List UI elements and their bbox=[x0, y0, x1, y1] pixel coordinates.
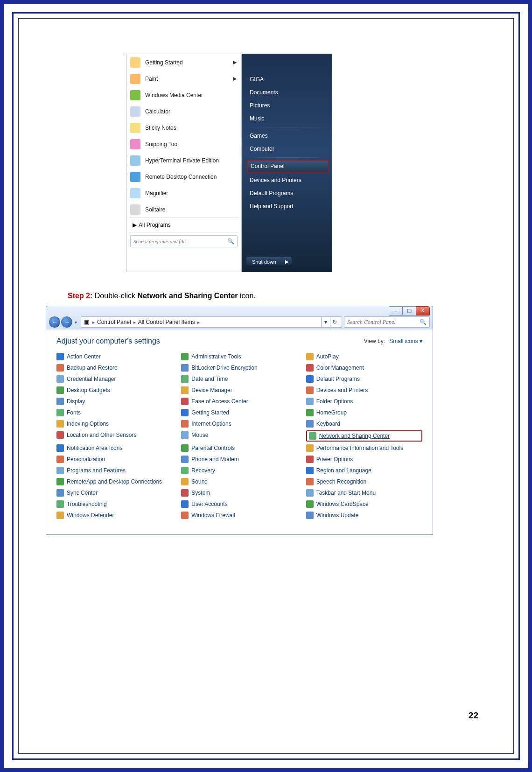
control-panel-item[interactable]: Personalization bbox=[56, 455, 173, 464]
start-menu-item[interactable]: Paint▶ bbox=[126, 70, 241, 87]
minimize-button[interactable]: — bbox=[389, 306, 403, 316]
start-menu-item[interactable]: Magnifier bbox=[126, 185, 241, 201]
start-menu-item[interactable]: Solitaire bbox=[126, 201, 241, 218]
control-panel-item[interactable]: Programs and Features bbox=[56, 466, 173, 475]
start-menu-item[interactable]: Sticky Notes bbox=[126, 119, 241, 136]
start-menu-right-item[interactable]: Devices and Printers bbox=[248, 174, 328, 187]
control-panel-item[interactable]: Keyboard bbox=[306, 419, 422, 428]
control-panel-item-icon bbox=[306, 353, 314, 360]
control-panel-item[interactable]: Recovery bbox=[181, 466, 297, 475]
control-panel-item[interactable]: Notification Area Icons bbox=[56, 443, 173, 453]
control-panel-item[interactable]: Default Programs bbox=[306, 374, 422, 384]
control-panel-item[interactable]: Windows Firewall bbox=[181, 511, 297, 520]
address-bar[interactable]: ▣ ▸ Control Panel ▸ All Control Panel It… bbox=[81, 316, 342, 328]
start-menu-item[interactable]: Getting Started▶ bbox=[126, 54, 241, 70]
start-menu-item[interactable]: Windows Media Center bbox=[126, 87, 241, 103]
control-panel-item[interactable]: Devices and Printers bbox=[306, 386, 422, 395]
control-panel-item[interactable]: BitLocker Drive Encryption bbox=[181, 363, 297, 372]
control-panel-item[interactable]: Windows Update bbox=[306, 511, 422, 520]
refresh-button[interactable]: ↻ bbox=[330, 317, 339, 327]
start-menu-right-item[interactable]: Documents bbox=[248, 86, 328, 99]
control-panel-item[interactable]: Speech Recognition bbox=[306, 477, 422, 486]
start-menu-item[interactable]: Remote Desktop Connection bbox=[126, 168, 241, 185]
start-menu-item[interactable]: HyperTerminal Private Edition bbox=[126, 152, 241, 168]
control-panel-item[interactable]: Sync Center bbox=[56, 488, 173, 498]
start-menu-right-item[interactable]: Help and Support bbox=[248, 200, 328, 213]
control-panel-item-label: Windows CardSpace bbox=[316, 501, 369, 507]
control-panel-item[interactable]: Internet Options bbox=[181, 419, 297, 428]
control-panel-item[interactable]: Date and Time bbox=[181, 374, 297, 384]
start-menu-left-panel: Getting Started▶Paint▶Windows Media Cent… bbox=[126, 54, 242, 272]
breadcrumb-item[interactable]: Control Panel bbox=[97, 319, 131, 325]
back-button[interactable]: ← bbox=[49, 316, 60, 328]
control-panel-item[interactable]: Folder Options bbox=[306, 397, 422, 406]
control-panel-item[interactable]: Phone and Modem bbox=[181, 455, 297, 464]
control-panel-item-icon bbox=[181, 420, 189, 428]
control-panel-item[interactable]: Sound bbox=[181, 477, 297, 486]
control-panel-item[interactable]: HomeGroup bbox=[306, 408, 422, 417]
search-programs-field[interactable] bbox=[131, 239, 227, 244]
start-menu-right-item[interactable]: Games bbox=[248, 129, 328, 142]
control-panel-item-icon bbox=[306, 386, 314, 394]
shutdown-button[interactable]: Shut down bbox=[246, 257, 282, 267]
control-panel-item[interactable]: Display bbox=[56, 397, 173, 406]
control-panel-item[interactable]: Power Options bbox=[306, 455, 422, 464]
start-menu-item[interactable]: Snipping Tool bbox=[126, 136, 241, 152]
start-menu-right-item[interactable]: Music bbox=[248, 112, 328, 125]
control-panel-item-label: Backup and Restore bbox=[67, 365, 118, 371]
forward-button[interactable]: → bbox=[61, 316, 72, 328]
control-panel-item-icon bbox=[56, 364, 64, 372]
control-panel-item[interactable]: Location and Other Sensors bbox=[56, 430, 173, 440]
start-menu-right-item[interactable]: Computer bbox=[248, 142, 328, 155]
control-panel-item[interactable]: Troubleshooting bbox=[56, 499, 173, 509]
control-panel-item[interactable]: Parental Controls bbox=[181, 443, 297, 453]
control-panel-item-label: Credential Manager bbox=[67, 376, 116, 382]
control-panel-item[interactable]: RemoteApp and Desktop Connections bbox=[56, 477, 173, 486]
control-panel-item-highlighted[interactable]: Network and Sharing Center bbox=[306, 430, 422, 442]
start-menu-right-item[interactable]: Pictures bbox=[248, 99, 328, 112]
control-panel-item[interactable]: Action Center bbox=[56, 352, 173, 361]
maximize-button[interactable]: ▢ bbox=[402, 306, 416, 316]
view-by-dropdown[interactable]: Small icons ▾ bbox=[389, 338, 422, 344]
control-panel-item[interactable]: User Accounts bbox=[181, 499, 297, 509]
control-panel-item[interactable]: Mouse bbox=[181, 430, 297, 440]
control-panel-item[interactable]: Taskbar and Start Menu bbox=[306, 488, 422, 498]
control-panel-item[interactable]: Windows CardSpace bbox=[306, 499, 422, 509]
view-by-label: View by: bbox=[364, 338, 385, 344]
control-panel-search-field[interactable] bbox=[344, 319, 420, 326]
program-icon bbox=[130, 90, 140, 100]
control-panel-search[interactable]: 🔍 bbox=[344, 316, 430, 328]
start-menu-right-item[interactable]: GIGA bbox=[248, 73, 328, 86]
control-panel-item[interactable]: AutoPlay bbox=[306, 352, 422, 361]
all-programs-item[interactable]: ▶ All Programs bbox=[126, 218, 241, 232]
close-button[interactable]: X bbox=[416, 306, 430, 316]
start-menu-right-item-selected[interactable]: Control Panel bbox=[247, 160, 329, 173]
search-icon: 🔍 bbox=[227, 238, 237, 245]
start-menu-item[interactable]: Calculator bbox=[126, 103, 241, 119]
address-dropdown-button[interactable]: ▾ bbox=[321, 317, 330, 327]
control-panel-item[interactable]: Region and Language bbox=[306, 466, 422, 475]
control-panel-item[interactable]: System bbox=[181, 488, 297, 498]
program-icon bbox=[130, 57, 140, 68]
control-panel-item[interactable]: Ease of Access Center bbox=[181, 397, 297, 406]
control-panel-item-icon bbox=[181, 386, 189, 394]
control-panel-item[interactable]: Indexing Options bbox=[56, 419, 173, 428]
control-panel-item[interactable]: Color Management bbox=[306, 363, 422, 372]
shutdown-button-group[interactable]: Shut down ▶ bbox=[246, 257, 292, 267]
control-panel-item[interactable]: Desktop Gadgets bbox=[56, 386, 173, 395]
control-panel-item[interactable]: Device Manager bbox=[181, 386, 297, 395]
control-panel-item[interactable]: Fonts bbox=[56, 408, 173, 417]
control-panel-item[interactable]: Windows Defender bbox=[56, 511, 173, 520]
start-menu-right-item[interactable]: Default Programs bbox=[248, 187, 328, 200]
control-panel-item[interactable]: Administrative Tools bbox=[181, 352, 297, 361]
shutdown-options-button[interactable]: ▶ bbox=[282, 257, 292, 267]
search-programs-input[interactable]: 🔍 bbox=[130, 235, 238, 247]
nav-history-dropdown[interactable]: ▾ bbox=[72, 317, 79, 327]
control-panel-item[interactable]: Credential Manager bbox=[56, 374, 173, 384]
control-panel-item[interactable]: Performance Information and Tools bbox=[306, 443, 422, 453]
control-panel-item[interactable]: Backup and Restore bbox=[56, 363, 173, 372]
control-panel-item-label: Troubleshooting bbox=[67, 501, 107, 507]
control-panel-item-icon bbox=[56, 386, 64, 394]
breadcrumb-item[interactable]: All Control Panel Items bbox=[138, 319, 195, 325]
control-panel-item[interactable]: Getting Started bbox=[181, 408, 297, 417]
